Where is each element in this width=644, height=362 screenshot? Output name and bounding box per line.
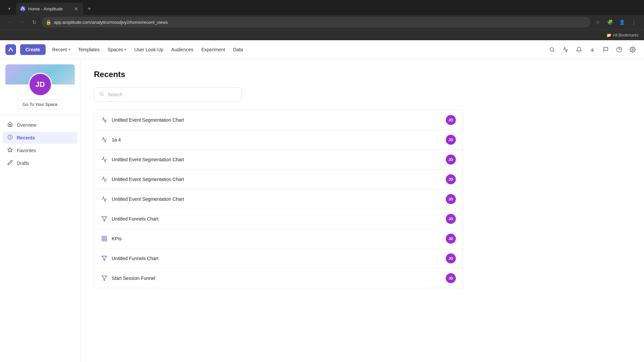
sidebar-item-recents[interactable]: Recents: [3, 132, 77, 144]
recent-item-left: Start Session Funnel: [101, 275, 155, 282]
item-name: Untitled Funnels Chart: [112, 216, 158, 222]
item-user-avatar: JD: [446, 115, 456, 125]
tab-list-button[interactable]: ▾: [5, 5, 13, 13]
page-title: Recents: [94, 70, 631, 79]
recent-item[interactable]: KPIs JD: [94, 229, 463, 249]
active-tab[interactable]: Home - Amplitude ✕: [16, 3, 83, 15]
item-name: Untitled Event Segmentation Chart: [112, 177, 184, 182]
recent-item[interactable]: Untitled Event Segmentation Chart JD: [94, 189, 463, 209]
main-content: Recents: [80, 59, 644, 362]
svg-line-10: [103, 95, 104, 96]
nav-icons-group: [546, 44, 639, 56]
bookmarks-bar: 📁 All Bookmarks: [0, 29, 644, 40]
segmentation-icon: [101, 136, 108, 143]
tab-favicon: [20, 6, 25, 11]
reload-button[interactable]: ↻: [30, 17, 39, 27]
nav-item-recent[interactable]: Recent ▾: [48, 44, 74, 55]
bookmarks-folder-icon: 📁: [606, 33, 611, 38]
create-button[interactable]: Create: [20, 44, 46, 55]
go-to-space-button[interactable]: Go To Your Space: [17, 100, 63, 109]
recents-icon: [7, 134, 13, 141]
segmentation-icon: [101, 176, 108, 183]
nav-item-audiences[interactable]: Audiences: [167, 44, 197, 55]
svg-point-9: [100, 92, 103, 95]
svg-marker-17: [102, 276, 107, 281]
svg-rect-15: [102, 239, 104, 241]
sidebar-item-drafts-label: Drafts: [17, 161, 29, 166]
help-icon-button[interactable]: [613, 44, 625, 56]
settings-icon-button[interactable]: [627, 44, 639, 56]
item-user-avatar: JD: [446, 155, 456, 165]
forward-button[interactable]: →: [17, 17, 27, 27]
nav-item-experiment[interactable]: Experiment: [197, 44, 229, 55]
tab-close-button[interactable]: ✕: [73, 6, 79, 12]
dashboard-icon: [101, 235, 108, 242]
segmentation-icon: [101, 117, 108, 123]
recent-item-left: Untitled Event Segmentation Chart: [101, 176, 184, 183]
sidebar-item-recents-label: Recents: [17, 135, 35, 140]
home-icon: [7, 122, 13, 128]
new-tab-button[interactable]: +: [85, 4, 94, 13]
recent-item-left: Untitled Event Segmentation Chart: [101, 196, 184, 202]
nav-item-templates[interactable]: Templates: [74, 44, 104, 55]
sidebar-item-overview[interactable]: Overview: [3, 119, 77, 131]
chart-icon-button[interactable]: [559, 44, 572, 56]
segmentation-icon: [101, 196, 108, 202]
user-profile: JD Go To Your Space: [0, 64, 80, 115]
flag-icon-button[interactable]: [600, 44, 612, 56]
bell-icon-button[interactable]: [573, 44, 585, 56]
recent-item-left: Untitled Funnels Chart: [101, 255, 158, 262]
browser-nav-bar: ← → ↻ 🔒 app.amplitude.com/analytics/mood…: [0, 15, 644, 29]
menu-button[interactable]: ⋮: [629, 17, 639, 27]
recent-item-left: Untitled Event Segmentation Chart: [101, 117, 184, 123]
funnel-icon: [101, 216, 108, 222]
tab-title: Home - Amplitude: [28, 6, 70, 11]
item-name: Untitled Event Segmentation Chart: [112, 157, 184, 162]
svg-point-0: [550, 48, 554, 51]
compare-icon-button[interactable]: [586, 44, 598, 56]
all-bookmarks-link[interactable]: 📁 All Bookmarks: [606, 33, 639, 38]
sidebar-item-drafts[interactable]: Drafts: [3, 157, 77, 169]
avatar: JD: [29, 73, 52, 96]
spaces-chevron-icon: ▾: [124, 48, 126, 51]
nav-item-data[interactable]: Data: [229, 44, 247, 55]
amplitude-logo[interactable]: [5, 44, 16, 55]
recent-item[interactable]: Untitled Funnels Chart JD: [94, 209, 463, 229]
back-button[interactable]: ←: [5, 17, 15, 27]
svg-rect-12: [102, 236, 104, 238]
sidebar-item-favorites[interactable]: Favorites: [3, 144, 77, 157]
recent-item[interactable]: Untitled Event Segmentation Chart JD: [94, 150, 463, 170]
svg-rect-13: [105, 236, 107, 238]
item-name: Start Session Funnel: [112, 276, 155, 281]
search-input[interactable]: [108, 92, 236, 97]
item-user-avatar: JD: [446, 253, 456, 263]
svg-marker-11: [102, 217, 107, 221]
address-bar[interactable]: 🔒 app.amplitude.com/analytics/moodjoy2/h…: [42, 17, 590, 27]
sidebar: JD Go To Your Space Overview: [0, 59, 80, 362]
recent-item[interactable]: 1a 4 JD: [94, 130, 463, 150]
profile-button[interactable]: 👤: [617, 17, 627, 27]
browser-tabs-bar: ▾ Home - Amplitude ✕ +: [0, 0, 644, 15]
browser-chrome: ▾ Home - Amplitude ✕ + ← → ↻ 🔒 app.ampli…: [0, 0, 644, 40]
item-name: Untitled Funnels Chart: [112, 256, 158, 261]
item-name: Untitled Event Segmentation Chart: [112, 117, 184, 123]
content-area: JD Go To Your Space Overview: [0, 59, 644, 362]
item-name: 1a 4: [112, 137, 121, 142]
search-icon: [99, 91, 104, 98]
recent-item[interactable]: Untitled Funnels Chart JD: [94, 249, 463, 268]
sidebar-item-overview-label: Overview: [17, 122, 36, 128]
url-text: app.amplitude.com/analytics/moodjoy2/hom…: [54, 20, 586, 25]
recent-chevron-icon: ▾: [68, 48, 70, 51]
recent-item[interactable]: Start Session Funnel JD: [94, 268, 463, 288]
nav-item-userlookup[interactable]: User Look-Up: [130, 44, 167, 55]
extension-button[interactable]: 🧩: [605, 17, 614, 27]
recent-item[interactable]: Untitled Event Segmentation Chart JD: [94, 110, 463, 130]
item-user-avatar: JD: [446, 273, 456, 283]
search-icon-button[interactable]: [546, 44, 558, 56]
search-box[interactable]: [94, 87, 241, 102]
bookmark-star-button[interactable]: ☆: [593, 17, 602, 27]
recent-item[interactable]: Untitled Event Segmentation Chart JD: [94, 170, 463, 189]
nav-item-spaces[interactable]: Spaces ▾: [104, 44, 130, 55]
item-user-avatar: JD: [446, 135, 456, 145]
item-user-avatar: JD: [446, 174, 456, 184]
